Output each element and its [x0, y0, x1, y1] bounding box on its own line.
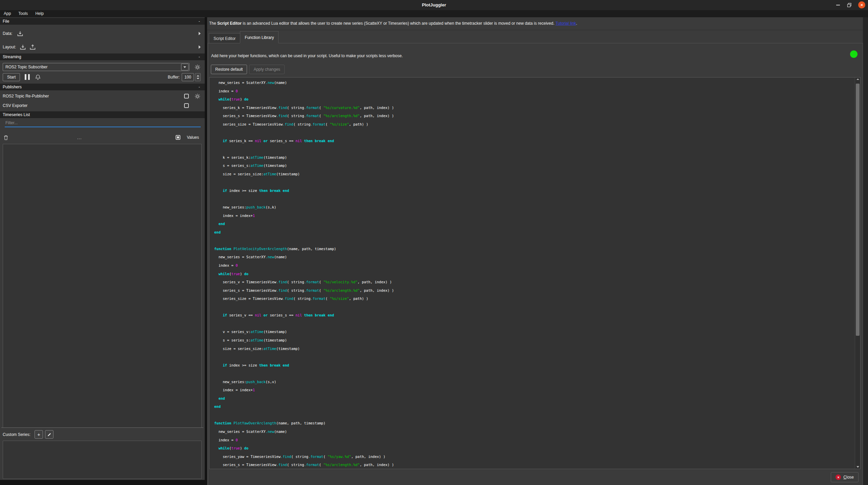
chevron-down-icon: [183, 66, 186, 68]
section-header-file[interactable]: File -: [0, 18, 205, 25]
code-editor[interactable]: new_series = ScatterXY.new(name) index =…: [209, 77, 861, 469]
publisher-row-csv: CSV Exporter: [0, 102, 205, 110]
window-title: PlotJuggler: [0, 0, 868, 10]
scrollbar-thumb[interactable]: [856, 84, 860, 336]
publisher-row-ros2: ROS2 Topic Re-Publisher: [0, 92, 205, 100]
bell-icon: [35, 74, 41, 81]
code-line: series_yaw = TimeseriesView.find( string…: [214, 453, 853, 461]
code-line: series_s = TimeseriesView.find( string.f…: [214, 461, 853, 469]
close-dialog-button[interactable]: × Close: [831, 472, 859, 482]
code-line: size = series_size:atTime(timestamp): [214, 170, 853, 178]
delete-series-button[interactable]: [3, 134, 9, 141]
close-window-button[interactable]: ×: [858, 1, 865, 8]
code-line: [214, 319, 853, 328]
section-title-file: File: [3, 19, 9, 24]
add-custom-series-button[interactable]: +: [35, 430, 43, 439]
values-checkbox[interactable]: [176, 135, 180, 140]
tab-script-editor[interactable]: Script Editor: [209, 33, 240, 43]
code-line: new_series:push_back(s,v): [214, 378, 853, 386]
code-line: if index >= size then break end: [214, 361, 853, 370]
collapse-indicator[interactable]: -: [199, 53, 200, 60]
publisher-label: ROS2 Topic Re-Publisher: [3, 94, 49, 98]
save-layout-button[interactable]: [29, 44, 36, 51]
publisher-settings-button[interactable]: [194, 93, 201, 100]
helper-text: Add here your helper functions, which ca…: [211, 53, 403, 58]
code-line: function PlotVelocityOverArclength(name,…: [214, 245, 853, 253]
section-title-publishers: Publishers: [3, 85, 22, 89]
code-line: new_series = ScatterXY.new(name): [214, 79, 853, 87]
custom-series-label: Custom Series:: [3, 432, 30, 437]
publisher-checkbox[interactable]: [184, 103, 189, 108]
layout-row: Layout:: [0, 43, 205, 51]
combobox-dropdown-button[interactable]: [181, 64, 188, 70]
spin-down-icon[interactable]: [197, 78, 199, 79]
sidebar: File - Data: Layout: Streaming -: [0, 17, 205, 480]
collapse-indicator[interactable]: -: [199, 84, 200, 90]
close-icon: ×: [836, 475, 841, 480]
code-line: new_series:push_back(s,k): [214, 203, 853, 212]
menu-tools[interactable]: Tools: [15, 10, 31, 17]
pause-icon[interactable]: [25, 74, 30, 80]
window-edge-strip: [863, 17, 868, 485]
code-line: end: [214, 228, 853, 237]
code-line: index = 0: [214, 261, 853, 270]
code-line: series_k = TimeseriesView.find( string.f…: [214, 104, 853, 112]
title-bar: PlotJuggler ×: [0, 0, 868, 10]
data-expand-chevron-icon[interactable]: [199, 32, 201, 35]
description-text: is an advanced Lua editor that allows th…: [242, 21, 555, 26]
start-streaming-button[interactable]: Start: [3, 73, 20, 81]
apply-changes-button[interactable]: Apply changes: [249, 65, 285, 74]
load-data-button[interactable]: [17, 30, 24, 37]
code-line: if series_k == nil or series_s == nil th…: [214, 137, 853, 145]
code-line: s = series_s:atTime(timestamp): [214, 336, 853, 345]
code-line: s = series_s:atTime(timestamp): [214, 161, 853, 170]
dialog-description: The Script Editor is an advanced Lua edi…: [209, 21, 858, 26]
code-line: series_size = TimeseriesView.find( strin…: [214, 120, 853, 129]
publisher-checkbox[interactable]: [184, 94, 189, 98]
code-line: [214, 128, 853, 137]
gear-icon: [194, 64, 201, 70]
columns-menu-button[interactable]: ...: [77, 135, 82, 140]
streaming-settings-button[interactable]: [194, 64, 201, 70]
load-layout-button[interactable]: [19, 44, 26, 51]
buffer-value[interactable]: 100: [182, 73, 194, 81]
spin-up-icon[interactable]: [197, 75, 199, 76]
scroll-down-icon[interactable]: [855, 466, 860, 468]
description-text: .: [576, 21, 577, 26]
section-header-timeseries[interactable]: Timeseries List: [0, 111, 205, 118]
restore-default-button[interactable]: Restore default: [211, 65, 247, 74]
streaming-controls-row: Start Buffer: 100: [0, 73, 205, 81]
code-line: index = index+1: [214, 212, 853, 220]
code-line: end: [214, 402, 853, 411]
code-line: new_series = ScatterXY.new(name): [214, 253, 853, 261]
streaming-source-row: ROS2 Topic Subscriber: [0, 63, 205, 71]
scroll-up-icon[interactable]: [855, 79, 860, 80]
section-header-publishers[interactable]: Publishers -: [0, 84, 205, 90]
tutorial-link[interactable]: Tutorial link: [555, 21, 576, 26]
data-label: Data:: [3, 31, 13, 36]
collapse-indicator[interactable]: -: [199, 18, 200, 25]
values-label: Values: [187, 135, 199, 140]
script-editor-dialog: The Script Editor is an advanced Lua edi…: [207, 17, 863, 485]
menu-app[interactable]: App: [0, 10, 15, 17]
trash-icon: [3, 134, 9, 141]
section-header-streaming[interactable]: Streaming -: [0, 53, 205, 60]
code-line: index = index+1: [214, 386, 853, 394]
tab-function-library[interactable]: Function Library: [240, 31, 279, 43]
notifications-bell-button[interactable]: [35, 74, 41, 81]
menu-help[interactable]: Help: [31, 10, 47, 17]
layout-expand-chevron-icon[interactable]: [199, 45, 201, 49]
editor-scrollbar[interactable]: [855, 78, 860, 469]
library-buttons: Restore default Apply changes: [211, 65, 285, 74]
edit-custom-series-button[interactable]: [45, 430, 53, 439]
minimize-button[interactable]: [834, 1, 842, 9]
divider: [207, 30, 863, 30]
streaming-source-combobox[interactable]: ROS2 Topic Subscriber: [3, 63, 190, 71]
filter-input[interactable]: [5, 119, 201, 127]
code-line: [214, 369, 853, 378]
buffer-spinner[interactable]: [195, 73, 201, 81]
restore-button[interactable]: [846, 1, 853, 9]
description-text: The: [209, 21, 217, 26]
code-line: while(true) do: [214, 95, 853, 104]
section-title-streaming: Streaming: [3, 54, 21, 59]
